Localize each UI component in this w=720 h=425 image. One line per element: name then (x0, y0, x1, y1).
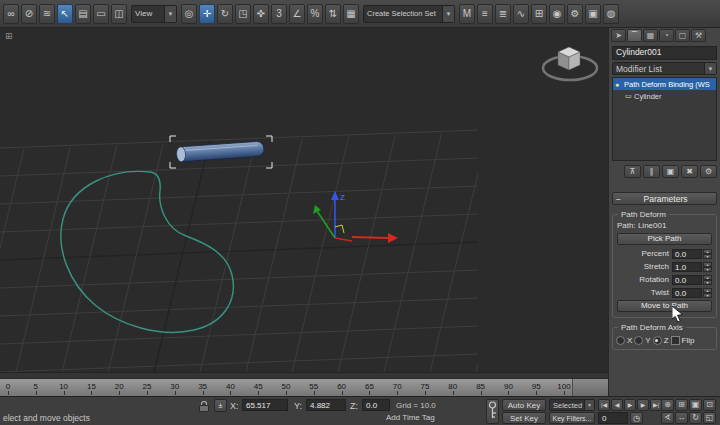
timeline-tick-label: 90 (504, 382, 513, 391)
modifier-stack[interactable]: ●Path Deform Binding (WS▭Cylinder (612, 77, 717, 161)
render-setup-icon[interactable]: ⚙ (567, 4, 583, 24)
auto-key-button[interactable]: Auto Key (502, 399, 546, 411)
current-frame-field[interactable]: 0 (598, 412, 628, 424)
axis-x-radio[interactable] (616, 336, 625, 345)
twist-spinner-arrows[interactable]: ▴▾ (703, 288, 712, 298)
tab-utilities[interactable]: ⚒ (691, 29, 706, 42)
curve-editor-icon[interactable]: ∿ (513, 4, 529, 24)
set-keys-button[interactable] (486, 399, 499, 424)
spinner-snap-icon[interactable]: ⇅ (325, 4, 341, 24)
stretch-spinner-arrows[interactable]: ▴▾ (703, 262, 712, 272)
absolute-offset-mode-toggle[interactable]: ± (214, 399, 227, 412)
timeline-tick-label: 50 (282, 382, 291, 391)
show-end-result-button[interactable]: ∥ (643, 165, 660, 178)
select-object-icon[interactable]: ↖ (57, 4, 73, 24)
play-animation-button[interactable]: ▶ (624, 399, 636, 411)
reference-coordinate-dropdown[interactable]: View ▼ (131, 5, 177, 23)
previous-frame-button[interactable]: ◀ (611, 399, 623, 411)
timeline-tick-label: 35 (198, 382, 207, 391)
modifier-list-dropdown[interactable]: Modifier List ▼ (612, 62, 717, 75)
key-filters-button[interactable]: Key Filters... (549, 412, 595, 424)
timeline-tick-label: 15 (87, 382, 96, 391)
angle-snap-icon[interactable]: ∠ (289, 4, 305, 24)
tab-motion[interactable]: ◔ (659, 29, 674, 42)
parameters-rollout-header[interactable]: − Parameters (612, 192, 717, 205)
zoom-all-icon[interactable]: ⊞ (675, 399, 688, 411)
add-time-tag-button[interactable]: Add Time Tag (386, 413, 435, 422)
material-editor-icon[interactable]: ◉ (549, 4, 565, 24)
selection-region-icon[interactable]: ▭ (93, 4, 109, 24)
field-of-view-icon[interactable]: ∢ (661, 412, 674, 424)
orbit-view-icon[interactable]: ↻ (689, 412, 702, 424)
mirror-icon[interactable]: M (459, 4, 475, 24)
rendered-frame-window-icon[interactable]: ▣ (585, 4, 601, 24)
render-production-icon[interactable]: ◍ (603, 4, 619, 24)
coordinate-x-field[interactable]: 65.517 (242, 399, 288, 411)
axis-z-radio[interactable] (653, 336, 662, 345)
select-and-move-icon[interactable]: ✛ (199, 4, 215, 24)
select-and-scale-icon[interactable]: ◳ (235, 4, 251, 24)
percent-spinner-arrows[interactable]: ▴▾ (703, 249, 712, 259)
key-scope-dropdown[interactable]: Selected ▼ (549, 399, 595, 411)
make-unique-button[interactable]: ▣ (662, 165, 679, 178)
move-to-path-button[interactable]: Move to Path (617, 300, 712, 312)
configure-modifier-sets-button[interactable]: ⚙ (700, 165, 717, 178)
percent-snap-icon[interactable]: % (307, 4, 323, 24)
tab-create[interactable]: ➤ (611, 29, 626, 42)
spinner-down-icon[interactable]: ▾ (703, 280, 712, 285)
zoom-extents-all-icon[interactable]: ▣ (689, 399, 702, 411)
select-by-name-icon[interactable]: ▤ (75, 4, 91, 24)
edit-named-selection-sets-icon[interactable]: ▦ (343, 4, 359, 24)
rotation-spinner[interactable]: 0.0 (672, 275, 702, 285)
twist-spinner[interactable]: 0.0 (672, 288, 702, 298)
window-crossing-icon[interactable]: ◫ (111, 4, 127, 24)
axis-y-radio[interactable] (634, 336, 643, 345)
spinner-down-icon[interactable]: ▾ (703, 254, 712, 259)
next-frame-button[interactable]: ▶ (637, 399, 649, 411)
timeline-tick-label: 40 (226, 382, 235, 391)
remove-modifier-button[interactable]: ✖ (681, 165, 698, 178)
axis-options-row: XYZFlip (615, 334, 714, 346)
schematic-view-icon[interactable]: ⊞ (531, 4, 547, 24)
select-and-rotate-icon[interactable]: ↻ (217, 4, 233, 24)
set-key-button[interactable]: Set Key (502, 412, 546, 424)
pin-stack-button[interactable]: ⊼ (624, 165, 641, 178)
object-name-field[interactable]: Cylinder001 (612, 46, 717, 60)
snap-toggle-3d-icon[interactable]: 3 (271, 4, 287, 24)
time-configuration-button[interactable]: ◷ (630, 412, 643, 424)
modifier-stack-row[interactable]: ●Path Deform Binding (WS (613, 78, 716, 90)
perspective-viewport[interactable]: Z ⊞ (0, 28, 608, 372)
tab-modify[interactable]: ⌒ (627, 29, 642, 42)
align-icon[interactable]: ≡ (477, 4, 493, 24)
tab-display[interactable]: ▢ (675, 29, 690, 42)
use-pivot-center-icon[interactable]: ◎ (181, 4, 197, 24)
percent-spinner[interactable]: 0.0 (672, 249, 702, 259)
bind-to-space-warp-icon[interactable]: ≋ (39, 4, 55, 24)
zoom-region-icon[interactable]: ⊡ (703, 399, 716, 411)
spinner-down-icon[interactable]: ▾ (703, 293, 712, 298)
select-and-link-icon[interactable]: ∞ (3, 4, 19, 24)
flip-label: Flip (682, 336, 695, 345)
rotation-spinner-arrows[interactable]: ▴▾ (703, 275, 712, 285)
select-and-manipulate-icon[interactable]: ✜ (253, 4, 269, 24)
layer-manager-icon[interactable]: ≣ (495, 4, 511, 24)
flip-checkbox[interactable] (671, 336, 680, 345)
zoom-icon[interactable]: ⊕ (661, 399, 674, 411)
viewport-navigation-controls: ⊕⊞▣⊡∢↔↻◱ (661, 399, 718, 424)
maximize-viewport-icon[interactable]: ◱ (703, 412, 716, 424)
pick-path-button[interactable]: Pick Path (617, 233, 712, 245)
3ds-max-window: ∞⊘≋↖▤▭◫ View ▼ ◎✛↻◳✜3∠%⇅▦ Create Selecti… (0, 0, 720, 425)
viewport-menu-icon[interactable]: ⊞ (5, 31, 13, 41)
selection-lock-toggle[interactable] (198, 401, 210, 413)
unlink-selection-icon[interactable]: ⊘ (21, 4, 37, 24)
timeline-ruler[interactable]: 0510152025303540455055606570758085909510… (0, 378, 608, 396)
coordinate-z-field[interactable]: 0.0 (362, 399, 390, 411)
spinner-down-icon[interactable]: ▾ (703, 267, 712, 272)
pan-view-icon[interactable]: ↔ (675, 412, 688, 424)
modifier-stack-row[interactable]: ▭Cylinder (613, 90, 716, 102)
go-to-start-button[interactable]: |◀ (598, 399, 610, 411)
coordinate-y-field[interactable]: 4.882 (306, 399, 346, 411)
named-selection-set-dropdown[interactable]: Create Selection Set ▼ (363, 5, 455, 23)
tab-hierarchy[interactable]: ▦ (643, 29, 658, 42)
stretch-spinner[interactable]: 1.0 (672, 262, 702, 272)
